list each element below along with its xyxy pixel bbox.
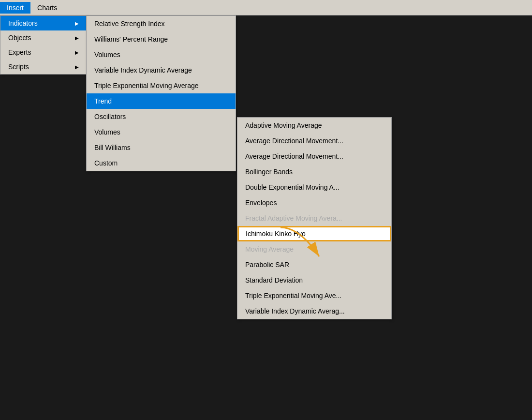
arrow-icon: ▶ bbox=[75, 50, 79, 55]
menu-item-dema[interactable]: Double Exponential Moving A... bbox=[237, 180, 391, 195]
menu-item-tema2[interactable]: Triple Exponential Moving Ave... bbox=[237, 288, 391, 303]
menu-item-williams-range[interactable]: Williams' Percent Range bbox=[87, 31, 236, 47]
menu-item-custom[interactable]: Custom bbox=[87, 155, 236, 171]
menu-item-experts[interactable]: Experts ▶ bbox=[0, 45, 87, 60]
menu-item-bb[interactable]: Bollinger Bands bbox=[237, 164, 391, 180]
trend-menu: Adaptive Moving Average Average Directio… bbox=[237, 117, 392, 319]
menu-item-oscillators[interactable]: Oscillators bbox=[87, 109, 236, 124]
menu-item-envelopes[interactable]: Envelopes bbox=[237, 195, 391, 210]
menu-item-vidya[interactable]: Variable Index Dynamic Average bbox=[87, 62, 236, 78]
menu-item-vidya2[interactable]: Variable Index Dynamic Averag... bbox=[237, 303, 391, 319]
menu-item-rsi[interactable]: Relative Strength Index bbox=[87, 16, 236, 31]
menu-item-volumes2[interactable]: Volumes bbox=[87, 124, 236, 140]
menu-item-stddev[interactable]: Standard Deviation bbox=[237, 272, 391, 288]
menu-bar: Insert Charts bbox=[0, 0, 532, 15]
arrow-icon: ▶ bbox=[75, 64, 79, 70]
menu-item-admi2[interactable]: Average Directional Movement... bbox=[237, 149, 391, 164]
menu-item-psar[interactable]: Parabolic SAR bbox=[237, 257, 391, 272]
indicators-menu: Relative Strength Index Williams' Percen… bbox=[86, 15, 236, 171]
menu-item-objects[interactable]: Objects ▶ bbox=[0, 30, 87, 45]
menu-item-indicators[interactable]: Indicators ▶ bbox=[0, 16, 87, 30]
arrow-icon: ▶ bbox=[75, 21, 79, 26]
menu-item-tema[interactable]: Triple Exponential Moving Average bbox=[87, 78, 236, 93]
menu-item-scripts[interactable]: Scripts ▶ bbox=[0, 60, 87, 74]
menu-item-ichimoku[interactable]: Ichimoku Kinko Hyo bbox=[237, 226, 391, 241]
menu-item-ama[interactable]: Adaptive Moving Average bbox=[237, 118, 391, 133]
menu-item-ma[interactable]: Moving Average bbox=[237, 241, 391, 257]
menu-charts[interactable]: Charts bbox=[30, 2, 64, 14]
menu-item-fama[interactable]: Fractal Adaptive Moving Avera... bbox=[237, 210, 391, 226]
menu-item-bill-williams[interactable]: Bill Williams bbox=[87, 140, 236, 155]
insert-menu: Indicators ▶ Objects ▶ Experts ▶ Scripts… bbox=[0, 15, 87, 75]
menu-item-admi1[interactable]: Average Directional Movement... bbox=[237, 133, 391, 149]
menu-insert[interactable]: Insert bbox=[0, 2, 30, 14]
menu-item-trend[interactable]: Trend bbox=[87, 93, 236, 109]
arrow-icon: ▶ bbox=[75, 35, 79, 41]
menu-item-volumes[interactable]: Volumes bbox=[87, 47, 236, 62]
